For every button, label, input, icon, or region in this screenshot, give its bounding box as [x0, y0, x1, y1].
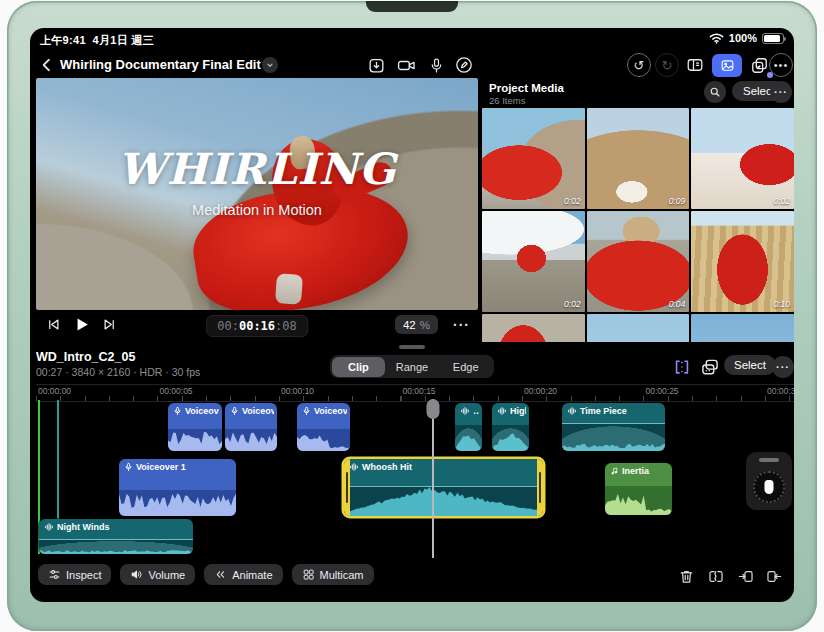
multicam-button[interactable]: Multicam [292, 564, 374, 585]
thumbnail-duration: 0:02 [564, 299, 581, 309]
clip-label: Voiceover 3 [314, 406, 347, 416]
inspect-button[interactable]: Inspect [38, 564, 111, 585]
volume-button[interactable]: Volume [120, 564, 195, 585]
insert-before-button[interactable] [736, 566, 756, 586]
mode-range[interactable]: Range [385, 357, 439, 377]
viewer[interactable]: WHIRLING Meditation in Motion [36, 78, 478, 310]
timeline-clip-voiceover-2[interactable]: Voiceover 2 [168, 403, 222, 451]
media-thumbnail-cappadocia-valley[interactable]: 0:09 [587, 108, 690, 209]
ipad-device: 上午9:41 4月1日 週三 100% Whirling Documentary… [7, 1, 817, 631]
clip-waveform [344, 486, 543, 516]
connect-overlay-button[interactable] [698, 355, 722, 379]
clip-waveform [225, 429, 277, 451]
jog-wheel-handle[interactable] [759, 458, 779, 462]
timeline-clip-night-winds[interactable]: Night Winds [39, 519, 193, 554]
browser-panel-button[interactable] [682, 53, 708, 77]
playhead-handle[interactable] [426, 399, 439, 419]
media-item-count: 26 Items [489, 95, 525, 106]
video-title-overlay: WHIRLING [36, 144, 478, 194]
mic-icon [302, 406, 311, 416]
clip-label: Voiceover 2 [242, 406, 274, 416]
volume-line[interactable] [39, 539, 193, 540]
timeline-clip-whoosh-hit[interactable]: Whoosh Hit [344, 459, 543, 516]
clip-label: High… [510, 406, 526, 416]
animate-button[interactable]: Animate [204, 564, 282, 585]
mode-edge[interactable]: Edge [439, 357, 493, 377]
media-thumbnail-wheat-field[interactable]: 0:10 [691, 211, 794, 312]
timeline-clip-time-piece[interactable]: Time Piece [562, 403, 665, 451]
timeline-clip-voiceover-1[interactable]: Voiceover 1 [119, 459, 236, 516]
redo-button[interactable]: ↻ [654, 53, 680, 77]
play-button[interactable] [72, 315, 91, 334]
media-thumbnail-spin-closeup[interactable]: 0:04 [587, 211, 690, 312]
thumbnail-duration: 0:02 [773, 196, 790, 206]
record-video-button[interactable] [393, 53, 419, 77]
project-title[interactable]: Whirling Documentary Final Edit [60, 57, 261, 72]
trim-handle-right[interactable] [537, 459, 543, 516]
snapping-button[interactable] [670, 355, 694, 379]
media-panel-title: Project Media [489, 82, 564, 94]
mode-clip[interactable]: Clip [332, 357, 386, 377]
volume-line[interactable] [562, 423, 665, 424]
timeline-clip-voiceover-3[interactable]: Voiceover 3 [297, 403, 350, 451]
import-button[interactable] [363, 53, 389, 77]
media-browser-button-active[interactable] [712, 54, 742, 77]
playhead[interactable] [432, 399, 434, 558]
undo-button[interactable]: ↺ [626, 53, 652, 77]
media-thumbnail-sky-clouds[interactable] [691, 314, 794, 342]
clip-waveform [492, 425, 529, 451]
search-button[interactable] [704, 81, 726, 103]
media-thumbnail-badlands-clouds[interactable]: 0:02 [482, 211, 585, 312]
media-thumbnail-hat-closeup[interactable] [587, 314, 690, 342]
timeline-select-button[interactable]: Select [724, 355, 776, 375]
media-thumbnail-spin-rocks[interactable]: 0:02 [482, 108, 585, 209]
clip-label: Night Winds [57, 522, 109, 532]
ruler-label: 00:00:00 [38, 386, 71, 396]
delete-button[interactable] [676, 566, 696, 586]
record-audio-button[interactable] [423, 53, 449, 77]
viewer-more-button[interactable]: ··· [453, 317, 470, 333]
ruler-label: 00:00:15 [403, 386, 436, 396]
screen: 上午9:41 4月1日 週三 100% Whirling Documentary… [30, 28, 794, 602]
wave-icon [460, 406, 470, 416]
jog-wheel[interactable] [746, 452, 792, 510]
media-thumbnail-red-back[interactable] [482, 314, 585, 342]
audio-fade-curve [492, 428, 529, 451]
trim-handle-left[interactable] [344, 459, 350, 516]
timeline-clip-audio[interactable]: … [455, 403, 482, 451]
timeline-clip-inertia[interactable]: Inertia [605, 463, 672, 515]
panel-resize-grabber[interactable] [399, 345, 425, 349]
media-more-button[interactable]: ··· [770, 81, 792, 103]
viewer-zoom-control[interactable]: 42% [395, 315, 438, 334]
front-camera [366, 1, 458, 12]
volume-line[interactable] [344, 486, 543, 487]
skip-back-button[interactable] [46, 317, 61, 332]
clip-waveform [119, 490, 236, 516]
timecode[interactable]: 00:00:16:08 [206, 315, 308, 337]
clip-waveform [297, 429, 350, 451]
thumbnail-duration: 0:09 [669, 196, 686, 206]
jog-wheel-dial[interactable] [753, 471, 785, 503]
title-chevron-down-icon[interactable] [262, 57, 278, 73]
more-options-button[interactable]: ••• [768, 53, 794, 77]
ruler-label: 00:00:25 [646, 386, 679, 396]
skip-forward-button[interactable] [102, 317, 117, 332]
thumbnail-duration: 0:02 [564, 196, 581, 206]
timeline[interactable]: 00:00:0000:00:0500:00:1000:00:1500:00:20… [36, 384, 794, 560]
mic-icon [124, 462, 133, 472]
timeline-clip-voiceover-2[interactable]: Voiceover 2 [225, 403, 277, 451]
dancer-legs [275, 273, 303, 305]
stage: 上午9:41 4月1日 週三 100% Whirling Documentary… [0, 0, 824, 632]
pencil-tool-button[interactable] [451, 53, 477, 77]
wave-icon [567, 406, 577, 416]
media-thumbnail-salt-flat[interactable]: 0:02 [691, 108, 794, 209]
project-media-panel: Project Media 26 Items Select ··· 0:020:… [482, 78, 794, 342]
insert-after-button[interactable] [764, 566, 784, 586]
clip-waveform [605, 486, 672, 515]
back-button[interactable] [38, 55, 56, 75]
clip-label: Inertia [622, 466, 649, 476]
timeline-more-button[interactable]: ··· [772, 356, 794, 378]
timeline-clip-high[interactable]: High… [492, 403, 529, 451]
top-toolbar: Whirling Documentary Final Edit ↺ ↻ ••• [30, 50, 794, 80]
split-clip-button[interactable] [706, 566, 726, 586]
